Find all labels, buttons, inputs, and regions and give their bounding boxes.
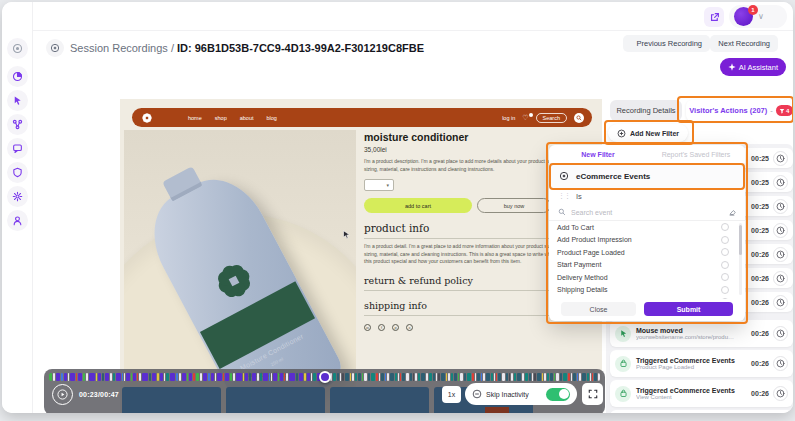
- event-options-list: Add To CartAdd Product ImpressionProduct…: [549, 221, 737, 299]
- mock-quantity-select[interactable]: ▾: [364, 179, 394, 191]
- tab-new-filter[interactable]: New Filter: [549, 145, 647, 163]
- action-subtitle: yourwebsitename.com/store/product-de...: [636, 334, 736, 340]
- event-option-product-page-loaded[interactable]: Product Page Loaded: [549, 246, 737, 259]
- filter-event-type-row[interactable]: eCommerce Events: [549, 164, 745, 188]
- tab-visitors-actions[interactable]: Visitor's Actions (207) - 4: [686, 100, 793, 121]
- timeline-segment: [556, 373, 559, 381]
- event-option-add-to-cart[interactable]: Add To Cart: [549, 221, 737, 234]
- chevron-down-icon: ∨: [758, 12, 764, 21]
- sidebar-item-pie-icon[interactable]: [7, 66, 28, 87]
- next-recording-button[interactable]: Next Recording: [710, 35, 778, 52]
- mock-return-policy-section[interactable]: return & refund policy +: [364, 275, 576, 291]
- radio-button[interactable]: [721, 236, 729, 244]
- mock-add-to-cart-button[interactable]: add to cart: [364, 198, 472, 213]
- jump-to-time-button[interactable]: [773, 175, 788, 190]
- event-option-shipping-details[interactable]: Shipping Details: [549, 284, 737, 297]
- facebook-icon[interactable]: f: [378, 324, 385, 331]
- tab-recording-details[interactable]: Recording Details: [610, 100, 682, 121]
- close-button[interactable]: Close: [561, 302, 636, 316]
- radio-button[interactable]: [721, 261, 729, 269]
- timeline-segment: [64, 373, 67, 381]
- jump-to-time-button[interactable]: [773, 386, 788, 401]
- fullscreen-button[interactable]: [582, 383, 603, 405]
- sidebar-item-flow-icon[interactable]: [7, 114, 28, 135]
- timeline-segment: [517, 373, 521, 381]
- whatsapp-icon[interactable]: w: [364, 324, 371, 331]
- options-scrollbar[interactable]: [739, 223, 742, 295]
- skip-inactivity-toggle[interactable]: [546, 388, 570, 401]
- timeline-segment: [131, 373, 132, 381]
- timeline-segment: [511, 373, 513, 381]
- timeline-segment: [152, 373, 156, 381]
- timeline-segment: [215, 373, 216, 381]
- sidebar-item-chat-icon[interactable]: [7, 138, 28, 159]
- timeline-segment: [78, 373, 82, 381]
- x-icon[interactable]: x: [406, 324, 413, 331]
- timeline-segment: [446, 373, 447, 381]
- mock-wishlist-heart-icon[interactable]: ♡: [522, 114, 528, 122]
- pinterest-icon[interactable]: p: [392, 324, 399, 331]
- add-new-filter-button[interactable]: Add New Filter: [608, 124, 688, 142]
- radio-button[interactable]: [721, 286, 729, 294]
- jump-to-time-button[interactable]: [773, 151, 788, 166]
- play-button[interactable]: [52, 384, 73, 405]
- filmstrip-thumbnail: [226, 387, 325, 413]
- sidebar-item-user-icon[interactable]: [7, 210, 28, 231]
- mock-nav-link-shop[interactable]: shop: [215, 115, 227, 121]
- mock-buy-now-button[interactable]: buy now: [477, 198, 551, 213]
- eraser-icon[interactable]: [728, 208, 736, 216]
- sidebar-item-gear-icon[interactable]: [7, 186, 28, 207]
- sidebar: [2, 2, 33, 413]
- playhead-handle[interactable]: [319, 371, 331, 383]
- jump-to-time-button[interactable]: [773, 199, 788, 214]
- mock-nav-link-home[interactable]: home: [188, 115, 202, 121]
- mock-login-link[interactable]: log in: [502, 115, 515, 121]
- radio-button[interactable]: [721, 223, 729, 231]
- timeline-segment: [594, 373, 597, 381]
- jump-to-time-button[interactable]: [773, 247, 788, 262]
- jump-to-time-button[interactable]: [773, 326, 788, 341]
- timeline-segment: [514, 373, 516, 381]
- submit-button[interactable]: Submit: [644, 302, 733, 316]
- mock-shipping-info-section[interactable]: shipping info +: [364, 300, 576, 316]
- tab-reports-saved-filters[interactable]: Report's Saved Filters: [647, 145, 745, 163]
- mock-nav-link-blog[interactable]: blog: [266, 115, 276, 121]
- jump-to-time-button[interactable]: [773, 223, 788, 238]
- radio-button[interactable]: [721, 248, 729, 256]
- event-option-delivery-method[interactable]: Delivery Method: [549, 271, 737, 284]
- action-row[interactable]: Triggered eCommerce EventsProduct Page L…: [610, 350, 793, 377]
- sidebar-item-pointer-icon[interactable]: [7, 90, 28, 111]
- filter-condition-row[interactable]: ⋮⋮ Is: [549, 188, 745, 204]
- event-option-add-product-impression[interactable]: Add Product Impression: [549, 234, 737, 247]
- action-row[interactable]: Mouse moved: [610, 410, 793, 413]
- timeline-segment: [96, 373, 97, 381]
- sidebar-item-target-icon[interactable]: [7, 38, 28, 59]
- timeline-segment: [590, 373, 591, 381]
- timeline-segment: [454, 373, 457, 381]
- share-icon[interactable]: [704, 7, 724, 27]
- timeline-segment: [211, 373, 214, 381]
- timeline-segment: [560, 373, 562, 381]
- jump-to-time-button[interactable]: [773, 356, 788, 371]
- radio-button[interactable]: [721, 273, 729, 281]
- mock-product-info-section[interactable]: product info –: [364, 222, 576, 239]
- back-icon[interactable]: [46, 39, 64, 57]
- timeline-segment: [252, 373, 256, 381]
- mock-search-button[interactable]: Search: [536, 113, 567, 123]
- previous-recording-button[interactable]: Previous Recording: [629, 35, 710, 52]
- sidebar-item-shield-icon[interactable]: [7, 162, 28, 183]
- filter-popover: New Filter Report's Saved Filters eComme…: [549, 145, 745, 321]
- action-row[interactable]: Mouse movedyourwebsitename.com/store/pro…: [610, 320, 793, 347]
- mock-nav-link-about[interactable]: about: [240, 115, 254, 121]
- jump-to-time-button[interactable]: [773, 295, 788, 310]
- mock-search-icon[interactable]: [574, 113, 584, 123]
- action-row[interactable]: Triggered eCommerce EventsView Content00…: [610, 380, 793, 407]
- user-menu[interactable]: 1 ∨: [729, 5, 787, 28]
- ai-assistant-button[interactable]: AI Assistant: [720, 58, 786, 76]
- filmstrip-thumbnail: [330, 387, 429, 413]
- jump-to-time-button[interactable]: [773, 271, 788, 286]
- event-option-start-payment[interactable]: Start Payment: [549, 259, 737, 272]
- playback-speed-button[interactable]: 1x: [442, 386, 461, 403]
- event-search-input[interactable]: [571, 209, 723, 216]
- timeline-segment: [592, 373, 593, 381]
